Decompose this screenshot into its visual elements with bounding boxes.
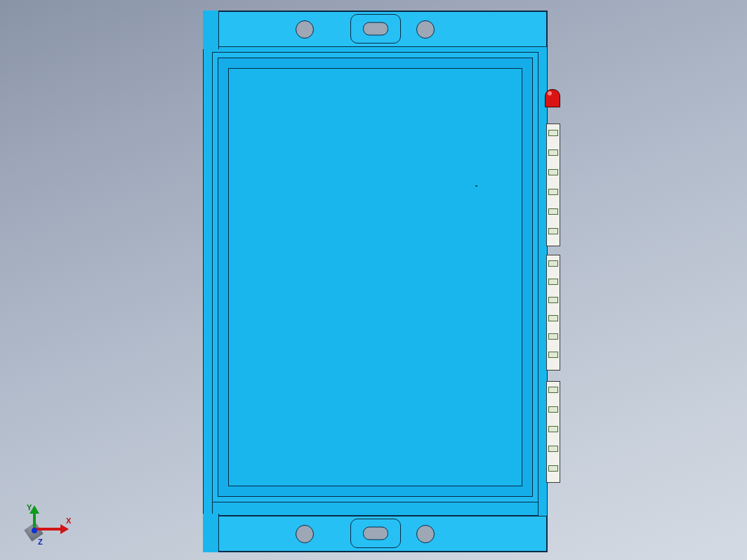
top-hole-left bbox=[296, 20, 314, 39]
connector-pin bbox=[548, 228, 558, 234]
top-slot bbox=[363, 22, 388, 36]
bottom-hole-left bbox=[296, 525, 314, 543]
connector-pin bbox=[548, 333, 558, 340]
connector-pin bbox=[548, 130, 558, 136]
indicator-led bbox=[545, 89, 560, 107]
connector-pin bbox=[548, 189, 558, 195]
x-axis-arrow-icon bbox=[60, 524, 69, 534]
part-body[interactable] bbox=[203, 11, 548, 552]
bottom-slot bbox=[363, 527, 388, 540]
orientation-triad[interactable]: X Y Z bbox=[22, 504, 72, 546]
connector-pin bbox=[548, 169, 558, 175]
connector-pin bbox=[548, 260, 558, 267]
top-flange-step bbox=[203, 11, 219, 49]
z-axis-icon bbox=[32, 528, 37, 533]
connector-rail-b bbox=[546, 255, 560, 371]
x-axis-icon bbox=[34, 528, 62, 531]
surface-mark bbox=[475, 185, 477, 187]
connector-pin bbox=[548, 426, 558, 432]
bottom-flange bbox=[204, 516, 547, 552]
connector-pin bbox=[548, 446, 558, 452]
connector-pin bbox=[548, 352, 558, 358]
y-axis-icon bbox=[33, 512, 36, 529]
connector-pin bbox=[548, 387, 558, 393]
cavity-outer-wall bbox=[212, 52, 538, 502]
z-axis-label: Z bbox=[38, 538, 43, 546]
top-flange bbox=[204, 11, 547, 47]
bottom-hole-right bbox=[416, 525, 435, 543]
bottom-slot-boss bbox=[350, 519, 401, 548]
connector-pin bbox=[548, 406, 558, 413]
connector-pin bbox=[548, 279, 558, 285]
cavity-floor bbox=[228, 68, 522, 486]
top-hole-right bbox=[416, 20, 435, 39]
connector-rail-c bbox=[546, 381, 560, 483]
x-axis-label: X bbox=[66, 516, 71, 525]
cad-viewport[interactable]: X Y Z bbox=[0, 0, 747, 560]
top-slot-boss bbox=[350, 14, 401, 44]
connector-pin bbox=[548, 149, 558, 156]
connector-pin bbox=[548, 465, 558, 472]
cavity-chamfer bbox=[218, 58, 533, 497]
connector-pin bbox=[548, 315, 558, 321]
connector-pin bbox=[548, 297, 558, 303]
y-axis-label: Y bbox=[27, 503, 32, 512]
connector-rail-a bbox=[546, 124, 560, 246]
lower-rib bbox=[212, 502, 538, 516]
connector-pin bbox=[548, 208, 558, 215]
bottom-flange-step bbox=[203, 514, 219, 552]
